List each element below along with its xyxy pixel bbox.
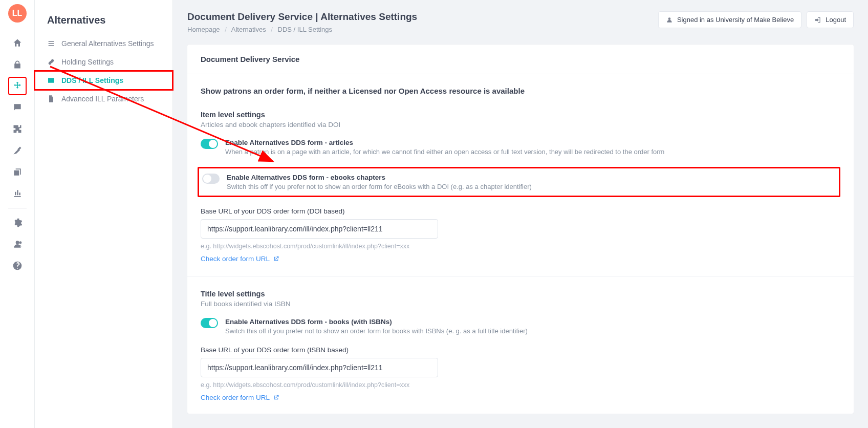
page-title: Document Delivery Service | Alternatives…: [187, 11, 417, 23]
signed-in-chip[interactable]: Signed in as University of Make Believe: [658, 11, 801, 28]
breadcrumb-item[interactable]: Alternatives: [231, 26, 266, 33]
rail-gear-icon[interactable]: [8, 213, 27, 232]
brand-logo: LL: [8, 4, 27, 23]
item-level-title: Item level settings: [201, 111, 840, 119]
sidebar-item-label: General Alternatives Settings: [61, 39, 154, 48]
link-icon: [47, 58, 55, 66]
rail-help-icon[interactable]: [8, 256, 27, 275]
main-content: Document Delivery Service | Alternatives…: [173, 0, 868, 428]
sidebar-item-holding[interactable]: Holding Settings: [35, 53, 172, 71]
breadcrumb: Homepage / Alternatives / DDS / ILL Sett…: [187, 26, 417, 33]
sidebar-item-label: DDS / ILL Settings: [61, 76, 123, 84]
isbn-url-hint: e.g. http://widgets.ebscohost.com/prod/c…: [201, 381, 840, 389]
toggle-books-label: Enable Alternatives DDS form - books (wi…: [225, 318, 528, 326]
rail-chat-icon[interactable]: [8, 98, 27, 117]
toggle-row-articles: Enable Alternatives DDS form - articles …: [201, 138, 840, 157]
sidebar-item-general[interactable]: General Alternatives Settings: [35, 34, 172, 53]
toggle-row-books: Enable Alternatives DDS form - books (wi…: [201, 317, 840, 336]
settings-card: Document Delivery Service Show patrons a…: [187, 45, 854, 414]
logout-button[interactable]: Logout: [807, 11, 854, 28]
card-title: Document Delivery Service: [187, 45, 854, 74]
rail-lock-icon[interactable]: [8, 55, 27, 74]
isbn-url-label: Base URL of your DDS order form (ISBN ba…: [201, 346, 840, 354]
breadcrumb-sep: /: [271, 26, 273, 33]
doi-check-link-text: Check order form URL: [201, 255, 270, 263]
user-icon: [666, 16, 673, 24]
toggle-ebooks-desc: Switch this off if you prefer not to sho…: [227, 183, 532, 190]
rail-chart-icon[interactable]: [8, 184, 27, 203]
rail-move-icon[interactable]: [8, 77, 27, 95]
doi-url-label: Base URL of your DDS order form (DOI bas…: [201, 207, 840, 215]
toggle-ebooks-label: Enable Alternatives DDS form - ebooks ch…: [227, 174, 532, 181]
sidebar-item-label: Advanced ILL Parameters: [61, 95, 144, 103]
list-icon: [47, 39, 55, 48]
toggle-ebooks[interactable]: [202, 174, 220, 184]
signed-in-text: Signed in as University of Make Believe: [677, 16, 794, 24]
rail-tools-icon[interactable]: [8, 141, 27, 160]
doi-url-hint: e.g. http://widgets.ebscohost.com/prod/c…: [201, 243, 840, 250]
rail-puzzle-icon[interactable]: [8, 120, 27, 138]
sidebar-item-dds-ill[interactable]: DDS / ILL Settings: [35, 71, 172, 90]
logout-icon: [814, 16, 821, 24]
sidebar-item-label: Holding Settings: [61, 58, 114, 66]
rail-home-icon[interactable]: [8, 34, 27, 52]
icon-rail: LL: [0, 0, 35, 428]
isbn-check-link-text: Check order form URL: [201, 394, 270, 401]
toggle-articles[interactable]: [201, 139, 218, 149]
isbn-check-link[interactable]: Check order form URL: [201, 394, 279, 401]
rail-divider: [8, 208, 27, 208]
title-level-subtitle: Full books identified via ISBN: [201, 300, 840, 308]
sidebar: Alternatives General Alternatives Settin…: [35, 0, 173, 428]
rail-copy-icon[interactable]: [8, 163, 27, 181]
title-level-title: Title level settings: [201, 290, 840, 298]
rail-users-icon[interactable]: [8, 235, 27, 253]
doi-check-link[interactable]: Check order form URL: [201, 255, 279, 263]
card-intro: Show patrons an order form, if neither a…: [201, 87, 840, 95]
item-level-subtitle: Articles and ebook chapters identified v…: [201, 121, 840, 129]
toggle-books[interactable]: [201, 318, 218, 328]
isbn-url-input[interactable]: [201, 358, 438, 377]
file-icon: [47, 95, 55, 103]
toggle-articles-label: Enable Alternatives DDS form - articles: [225, 139, 664, 146]
sidebar-item-advanced[interactable]: Advanced ILL Parameters: [35, 90, 172, 108]
breadcrumb-sep: /: [225, 26, 227, 33]
toggle-articles-desc: When a patron is on a page with an artic…: [225, 148, 664, 156]
sidebar-title: Alternatives: [35, 14, 172, 34]
breadcrumb-item[interactable]: Homepage: [187, 26, 220, 33]
external-link-icon: [273, 394, 279, 401]
divider: [187, 276, 854, 276]
toggle-books-desc: Switch this off if you prefer not to sho…: [225, 327, 528, 335]
doi-url-input[interactable]: [201, 219, 438, 239]
logout-text: Logout: [826, 16, 846, 24]
breadcrumb-item: DDS / ILL Settings: [278, 26, 332, 33]
external-link-icon: [273, 255, 279, 262]
toggle-row-ebooks: Enable Alternatives DDS form - ebooks ch…: [198, 167, 840, 197]
id-card-icon: [47, 76, 55, 84]
